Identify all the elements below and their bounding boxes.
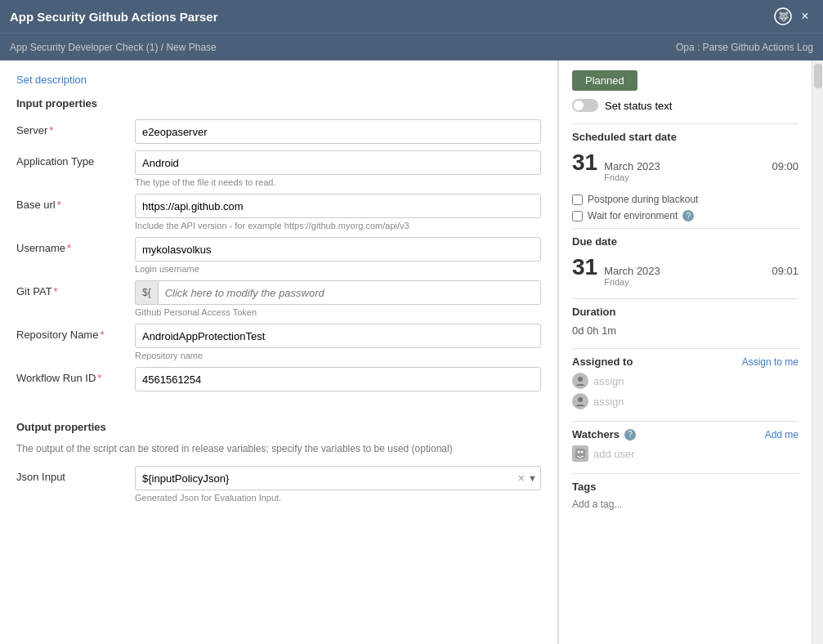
app-type-hint: The type of the file it needs to read. (135, 177, 541, 187)
base-url-input[interactable] (135, 194, 541, 218)
planned-button[interactable]: Planned (572, 70, 637, 91)
json-input-label: Json Input (16, 466, 135, 483)
username-hint: Login username (135, 264, 541, 274)
breadcrumb-left: App Security Developer Check (1) / New P… (10, 42, 217, 53)
add-me-link[interactable]: Add me (765, 429, 798, 441)
main-content: Set description Input properties Server*… (0, 60, 823, 644)
svg-point-6 (581, 451, 584, 454)
start-time: 09:00 (772, 157, 798, 172)
scrollbar[interactable] (812, 60, 823, 644)
left-panel: Set description Input properties Server*… (0, 60, 558, 644)
close-button[interactable]: × (797, 8, 813, 25)
duration-block: Duration 0d 0h 1m (572, 306, 798, 337)
tags-section: Tags (572, 481, 798, 510)
divider-2 (572, 228, 798, 229)
json-input-group: Json Input ${inputPolicyJson} × ▼ Genera… (16, 466, 541, 503)
server-label: Server* (16, 119, 135, 136)
assigned-to-section: Assigned to Assign to me assign assign (572, 356, 798, 409)
person-icon-2 (572, 393, 588, 409)
postpone-checkbox[interactable] (572, 195, 583, 205)
assign-row-1: assign (572, 373, 798, 389)
base-url-group: Base url* Include the API version - for … (16, 194, 541, 230)
due-weekday: Friday (604, 277, 660, 287)
title-bar: App Security Github Actions Parser 🐺 × (0, 0, 823, 33)
window-title: App Security Github Actions Parser (10, 10, 218, 24)
app-type-input[interactable] (135, 150, 541, 175)
workflow-run-id-input[interactable] (135, 367, 541, 391)
username-input-wrapper: Login username (135, 237, 541, 274)
base-url-label: Base url* (16, 194, 135, 211)
divider-1 (572, 123, 798, 124)
duration-title: Duration (572, 306, 798, 318)
pat-wrapper: ${ (135, 280, 541, 305)
assign-placeholder-2: assign (593, 396, 624, 408)
watchers-section: Watchers ? Add me add user (572, 428, 798, 462)
breadcrumb-right: Opa : Parse Github Actions Log (676, 42, 813, 53)
tags-input[interactable] (572, 499, 798, 510)
divider-4 (572, 348, 798, 349)
assign-to-me-link[interactable]: Assign to me (742, 356, 798, 368)
server-group: Server* (16, 119, 541, 144)
json-input-clear-button[interactable]: × (518, 472, 525, 485)
watchers-help-icon[interactable]: ? (624, 429, 636, 441)
username-input[interactable] (135, 237, 541, 262)
json-input-hint: Generated Json for Evaluation Input. (135, 493, 541, 503)
assigned-to-header: Assigned to Assign to me (572, 356, 798, 368)
wait-env-help-icon[interactable]: ? (682, 210, 694, 221)
wait-env-label: Wait for environment (588, 210, 678, 221)
username-group: Username* Login username (16, 237, 541, 274)
scheduled-start-block: Scheduled start date 31 March 2023 Frida… (572, 131, 798, 182)
start-day: 31 (572, 150, 597, 176)
status-text-toggle[interactable] (572, 99, 598, 112)
postpone-row: Postpone during blackout (572, 194, 798, 205)
assigned-to-title: Assigned to (572, 356, 633, 368)
git-pat-hint: Github Personal Access Token (135, 307, 541, 317)
tags-title: Tags (572, 481, 798, 493)
base-url-input-wrapper: Include the API version - for example ht… (135, 194, 541, 230)
set-description-label: Set description (16, 74, 87, 86)
title-bar-controls: 🐺 × (774, 7, 813, 25)
svg-point-5 (578, 451, 580, 454)
workflow-run-id-input-wrapper (135, 367, 541, 391)
git-pat-input-wrapper: ${ Github Personal Access Token (135, 280, 541, 317)
status-text-label: Set status text (605, 100, 672, 112)
wolf-icon: 🐺 (774, 7, 792, 25)
start-month: March 2023 (604, 160, 660, 172)
due-time: 09:01 (772, 262, 798, 277)
repo-name-group: Repository Name* Repository name (16, 324, 541, 360)
json-input-select[interactable]: ${inputPolicyJson} (135, 466, 541, 490)
app-type-input-wrapper: The type of the file it needs to read. (135, 150, 541, 187)
watchers-header: Watchers ? Add me (572, 428, 798, 441)
postpone-label: Postpone during blackout (588, 194, 698, 205)
watcher-icon (572, 445, 588, 462)
due-date-block: Due date 31 March 2023 Friday 09:01 (572, 235, 798, 287)
workflow-run-id-label: Workflow Run ID* (16, 367, 135, 384)
git-pat-label: Git PAT* (16, 280, 135, 297)
app-type-group: Application Type The type of the file it… (16, 150, 541, 187)
due-month: March 2023 (604, 265, 660, 277)
person-icon-1 (572, 373, 588, 389)
json-input-wrapper: ${inputPolicyJson} × ▼ Generated Json fo… (135, 466, 541, 503)
server-input[interactable] (135, 119, 541, 144)
svg-point-3 (578, 397, 583, 402)
pat-prefix-button[interactable]: ${ (135, 280, 158, 305)
output-properties-title: Output properties (16, 421, 541, 433)
wait-env-checkbox[interactable] (572, 211, 583, 221)
repo-name-label: Repository Name* (16, 324, 135, 341)
git-pat-input[interactable] (158, 280, 541, 305)
wait-env-row: Wait for environment ? (572, 210, 798, 221)
due-day: 31 (572, 254, 597, 280)
add-user-label: add user (593, 448, 635, 460)
divider-3 (572, 298, 798, 299)
status-text-row: Set status text (572, 99, 798, 112)
base-url-hint: Include the API version - for example ht… (135, 221, 541, 230)
app-window: App Security Github Actions Parser 🐺 × A… (0, 0, 823, 644)
username-label: Username* (16, 237, 135, 254)
svg-point-2 (578, 377, 583, 382)
scheduled-start-title: Scheduled start date (572, 131, 798, 143)
due-date-info: March 2023 Friday (604, 265, 660, 287)
due-date-title: Due date (572, 235, 798, 248)
watchers-row: add user (572, 445, 798, 462)
duration-value: 0d 0h 1m (572, 324, 798, 337)
repo-name-input[interactable] (135, 324, 541, 348)
